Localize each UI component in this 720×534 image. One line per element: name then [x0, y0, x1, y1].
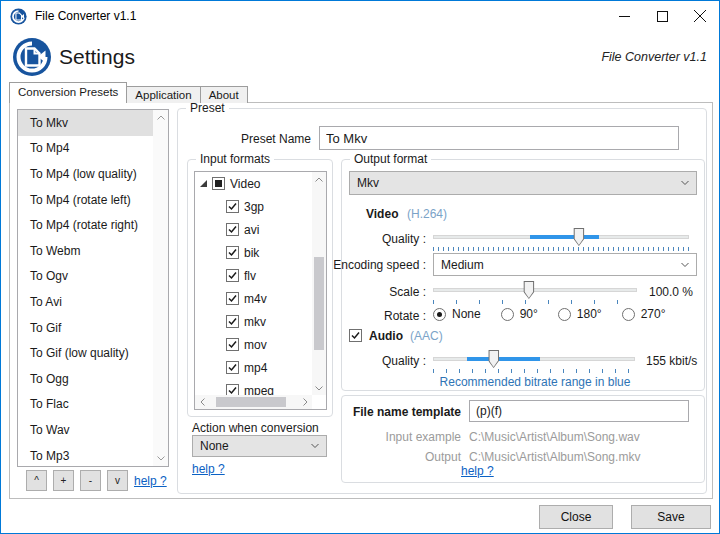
- format-checkbox[interactable]: [226, 246, 239, 259]
- maximize-button[interactable]: [643, 1, 681, 31]
- encoding-speed-select[interactable]: Medium: [433, 253, 697, 276]
- tree-item-format[interactable]: bik: [195, 241, 312, 264]
- tree-item-format[interactable]: mpeg: [195, 379, 312, 395]
- app-version-label: File Converter v1.1: [601, 50, 707, 64]
- tree-item-video[interactable]: Video: [195, 172, 312, 195]
- list-item[interactable]: To Mkv: [18, 110, 153, 136]
- scrollbar-thumb[interactable]: [216, 397, 286, 407]
- input-formats-tree: Video 3gp avi bik flv m4v mkv mov mp4 mp…: [194, 171, 327, 410]
- tree-item-format[interactable]: m4v: [195, 287, 312, 310]
- scroll-left-icon[interactable]: [195, 395, 209, 409]
- remove-preset-button[interactable]: -: [80, 470, 101, 491]
- list-item[interactable]: To Ogv: [18, 264, 153, 290]
- tab-conversion-presets[interactable]: Conversion Presets: [9, 82, 127, 103]
- check-icon: [227, 316, 238, 327]
- expander-icon[interactable]: [200, 180, 207, 187]
- audio-quality-ticks: [433, 369, 635, 373]
- scroll-down-icon[interactable]: [153, 451, 168, 466]
- slider-thumb[interactable]: [523, 281, 534, 299]
- close-window-button[interactable]: [681, 1, 719, 31]
- app-icon: [10, 8, 27, 25]
- format-checkbox[interactable]: [226, 384, 239, 395]
- tree-item-format[interactable]: avi: [195, 218, 312, 241]
- tree-item-format[interactable]: mp4: [195, 356, 312, 379]
- file-name-template-input[interactable]: [469, 400, 689, 422]
- app-window: File Converter v1.1 Settings File Conver…: [0, 0, 720, 534]
- audio-enabled-checkbox[interactable]: [349, 329, 362, 342]
- window-title: File Converter v1.1: [35, 9, 136, 23]
- chevron-down-icon: [311, 444, 319, 449]
- add-preset-button[interactable]: +: [53, 470, 74, 491]
- close-button[interactable]: Close: [539, 505, 613, 529]
- check-icon: [227, 247, 238, 258]
- rotate-none-radio[interactable]: [433, 308, 446, 321]
- list-item[interactable]: To Mp4 (low quality): [18, 161, 153, 187]
- slider-thumb[interactable]: [573, 228, 584, 246]
- tree-item-format[interactable]: flv: [195, 264, 312, 287]
- tree-item-format[interactable]: mov: [195, 333, 312, 356]
- file-name-help-link[interactable]: help ?: [461, 464, 494, 478]
- format-checkbox[interactable]: [226, 315, 239, 328]
- input-example-value: C:\Music\Artist\Album\Song.wav: [469, 430, 640, 444]
- list-item[interactable]: To Mp4 (rotate right): [18, 212, 153, 238]
- tree-vertical-scrollbar[interactable]: [312, 172, 326, 395]
- tree-horizontal-scrollbar[interactable]: [195, 395, 312, 409]
- format-checkbox[interactable]: [226, 223, 239, 236]
- preset-name-label: Preset Name: [211, 132, 311, 146]
- minimize-button[interactable]: [605, 1, 643, 31]
- audio-quality-slider[interactable]: [433, 350, 635, 368]
- move-preset-up-button[interactable]: ^: [26, 470, 47, 491]
- format-checkbox[interactable]: [226, 200, 239, 213]
- list-item[interactable]: To Gif: [18, 315, 153, 341]
- slider-thumb[interactable]: [488, 350, 499, 368]
- video-quality-slider[interactable]: [433, 228, 689, 246]
- tree-item-label: 3gp: [244, 200, 264, 214]
- scroll-down-icon[interactable]: [312, 381, 326, 395]
- format-checkbox[interactable]: [226, 292, 239, 305]
- presets-help-link[interactable]: help ?: [134, 474, 167, 488]
- list-item[interactable]: To Wav: [18, 417, 153, 443]
- recommended-range: [467, 357, 540, 361]
- output-example-label: Output: [361, 450, 461, 464]
- tree-item-label: m4v: [244, 292, 267, 306]
- list-item[interactable]: To Flac: [18, 392, 153, 418]
- preset-name-input[interactable]: [319, 126, 679, 150]
- file-name-template-label: File name template: [351, 405, 461, 419]
- tree-item-format[interactable]: 3gp: [195, 195, 312, 218]
- action-when-conversion-select[interactable]: None: [192, 435, 327, 457]
- format-checkbox[interactable]: [226, 269, 239, 282]
- list-item[interactable]: To Ogg: [18, 366, 153, 392]
- output-container-select[interactable]: Mkv: [349, 171, 697, 195]
- scale-slider[interactable]: [433, 281, 637, 299]
- action-help-link[interactable]: help ?: [192, 462, 225, 476]
- check-icon: [227, 201, 238, 212]
- list-item[interactable]: To Mp3: [18, 443, 153, 467]
- selected-action: None: [200, 439, 229, 453]
- list-item[interactable]: To Gif (low quality): [18, 340, 153, 366]
- audio-quality-label: Quality :: [346, 354, 426, 368]
- scrollbar-thumb[interactable]: [314, 257, 324, 351]
- rotate-180-radio[interactable]: [558, 308, 571, 321]
- tree-item-label: Video: [230, 177, 260, 191]
- scroll-up-icon[interactable]: [312, 172, 326, 186]
- scroll-up-icon[interactable]: [153, 110, 168, 125]
- video-group-checkbox[interactable]: [212, 177, 225, 190]
- list-item[interactable]: To Webm: [18, 238, 153, 264]
- rotate-90-radio[interactable]: [501, 308, 514, 321]
- preset-list-scrollbar[interactable]: [153, 110, 168, 466]
- tree-item-format[interactable]: mkv: [195, 310, 312, 333]
- save-button[interactable]: Save: [631, 505, 711, 529]
- output-format-group-label: Output format: [350, 152, 431, 166]
- list-item[interactable]: To Mp4 (rotate left): [18, 187, 153, 213]
- tab-about[interactable]: About: [200, 86, 248, 103]
- check-icon: [227, 270, 238, 281]
- rotate-270-radio[interactable]: [622, 308, 635, 321]
- move-preset-down-button[interactable]: v: [107, 470, 128, 491]
- list-item[interactable]: To Avi: [18, 289, 153, 315]
- format-checkbox[interactable]: [226, 338, 239, 351]
- scroll-right-icon[interactable]: [298, 395, 312, 409]
- tab-application[interactable]: Application: [126, 86, 200, 103]
- list-item[interactable]: To Mp4: [18, 136, 153, 162]
- slider-track: [433, 288, 637, 292]
- format-checkbox[interactable]: [226, 361, 239, 374]
